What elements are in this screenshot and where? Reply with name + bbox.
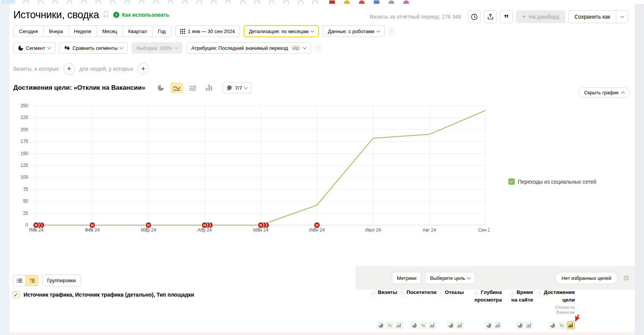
export-button[interactable] — [484, 10, 497, 23]
groupings-button[interactable]: Группировки — [42, 275, 81, 286]
choose-goal-dropdown[interactable]: Выберите цель — [425, 272, 475, 284]
bookmark-favicon[interactable] — [197, 1, 202, 4]
how-to-use-link[interactable]: Как использовать — [122, 12, 169, 18]
preset-quarter[interactable]: Квартал — [123, 25, 152, 37]
pie-tool-button[interactable] — [516, 321, 524, 329]
history-button[interactable] — [468, 10, 481, 23]
bookmark-favicon[interactable] — [255, 1, 260, 4]
add-people-filter-button[interactable]: + — [138, 63, 149, 75]
chart-title: Достижения цели: «Отклик на Вакансии» — [13, 84, 145, 92]
hide-chart-button[interactable]: Скрыть график — [578, 87, 630, 98]
bookmark-favicon[interactable] — [38, 1, 43, 4]
annotations-dropdown[interactable]: 7/7 — [222, 82, 252, 94]
help-icon[interactable]: ? — [315, 45, 321, 51]
bars-tool-button[interactable] — [494, 321, 502, 329]
column-header[interactable]: ?Посетители — [400, 289, 436, 297]
pie-tool-button[interactable] — [485, 321, 493, 329]
bookmark-favicon[interactable] — [359, 0, 365, 4]
how-to-use[interactable]: i Как использовать — [113, 12, 169, 18]
bookmark-favicon[interactable] — [125, 1, 130, 4]
bars-tool-button[interactable] — [567, 321, 575, 329]
bookmark-favicon[interactable] — [403, 0, 409, 4]
bookmark-favicon[interactable] — [96, 1, 101, 4]
no-favorite-goals-button[interactable]: Нет избранных целей — [555, 272, 618, 284]
bookmark-favicon[interactable] — [110, 1, 115, 4]
percent-tool-button[interactable]: % — [419, 321, 427, 329]
add-visit-filter-button[interactable]: + — [63, 63, 75, 75]
bookmark-favicon[interactable] — [284, 1, 289, 4]
chevron-down-icon — [47, 45, 51, 49]
scrollbar-track[interactable] — [635, 4, 644, 335]
bookmark-favicon[interactable] — [329, 0, 335, 4]
gear-icon[interactable]: ⚙ — [623, 274, 630, 283]
segment-dropdown[interactable]: Сегмент — [13, 42, 56, 54]
save-as-button[interactable]: Сохранить как — [569, 11, 616, 23]
help-icon: ? — [510, 291, 515, 297]
chart-type-line-button[interactable] — [170, 83, 183, 93]
bookmark-favicon[interactable] — [24, 1, 29, 4]
pie-tool-button[interactable] — [377, 321, 385, 329]
bookmark-favicon[interactable] — [139, 1, 144, 4]
bookmark-favicon[interactable] — [226, 1, 231, 4]
legend-checkbox[interactable]: ✓ — [508, 178, 515, 185]
tree-view-button[interactable] — [25, 275, 38, 286]
bookmark-favicon[interactable] — [269, 1, 274, 4]
chart-type-pie-button[interactable] — [154, 83, 167, 93]
compare-segments-dropdown[interactable]: Сравнить сегменты — [59, 42, 128, 54]
column-header[interactable]: ?Визиты — [371, 289, 403, 297]
bookmark-favicon[interactable] — [182, 1, 187, 4]
pie-tool-button[interactable] — [410, 321, 418, 329]
bookmark-favicon[interactable] — [374, 0, 379, 4]
bookmark-favicon[interactable] — [344, 0, 350, 4]
notes-button[interactable]: ” — [500, 10, 513, 23]
save-as-caret[interactable] — [616, 11, 628, 23]
detalization-dropdown[interactable]: Детализация: по месяцам — [244, 25, 319, 37]
bookmark-favicon[interactable] — [154, 1, 159, 4]
pie-tool-button[interactable] — [549, 321, 557, 329]
legend-label: Переходы из социальных сетей — [518, 179, 596, 185]
bookmark-favicon[interactable] — [67, 1, 72, 4]
chart-type-area-button[interactable] — [186, 83, 199, 93]
column-header[interactable]: ?Глубинапросмотра — [474, 289, 502, 303]
percent-tool-button[interactable]: % — [386, 321, 394, 329]
sampling-dropdown[interactable]: Выборка: 100% — [132, 42, 182, 54]
bookmark-favicon[interactable] — [168, 1, 173, 4]
view-toggle — [13, 275, 38, 286]
bars-tool-button[interactable] — [456, 321, 464, 329]
chevron-down-icon — [376, 29, 380, 32]
bookmark-favicon[interactable] — [240, 1, 245, 4]
preset-yesterday[interactable]: Вчера — [44, 25, 69, 37]
column-header[interactable]: ?Достиженияцели — [537, 289, 575, 303]
list-view-button[interactable] — [13, 275, 25, 286]
column-header[interactable]: ?Отказы — [438, 289, 464, 297]
bookmark-favicon[interactable] — [298, 1, 303, 4]
percent-tool-icon: % — [422, 323, 425, 328]
segment-label: Сегмент — [26, 45, 45, 51]
bars-tool-button[interactable] — [525, 321, 533, 329]
preset-today[interactable]: Сегодня — [13, 25, 44, 37]
metrics-button[interactable]: Метрики — [392, 272, 421, 284]
help-icon[interactable]: ? — [389, 28, 395, 35]
preset-week[interactable]: Неделя — [69, 25, 97, 37]
attribution-dropdown[interactable]: Атрибуция: Последний значимый переход к/… — [186, 42, 311, 54]
bars-tool-button[interactable] — [428, 321, 436, 329]
preset-month[interactable]: Месяц — [97, 25, 123, 37]
percent-tool-button[interactable]: % — [558, 321, 566, 329]
bookmark-favicon[interactable] — [312, 1, 317, 4]
dimensions-checkbox[interactable]: ✓ — [13, 291, 19, 298]
date-range-button[interactable]: 1 янв — 30 сен 2024 — [175, 25, 240, 37]
preset-year[interactable]: Год — [152, 25, 171, 37]
metric-column: ?Глубинапросмотра — [469, 289, 502, 329]
add-to-dashboard-button[interactable]: + На дашборд — [516, 10, 565, 23]
bookmark-favicon[interactable] — [81, 1, 86, 4]
bars-tool-button[interactable] — [395, 321, 403, 329]
column-header[interactable]: ?Времяна сайте — [510, 289, 533, 303]
data-mode-dropdown[interactable]: Данные: с роботами — [323, 25, 384, 37]
pie-tool-button[interactable] — [447, 321, 455, 329]
bookmark-favicon[interactable] — [211, 1, 216, 4]
chart-type-columns-button[interactable] — [202, 83, 215, 93]
hide-chart-label: Скрыть график — [584, 90, 619, 95]
bookmark-favicon[interactable] — [389, 0, 394, 4]
bookmark-icon[interactable] — [103, 11, 109, 19]
bookmark-favicon[interactable] — [52, 1, 57, 4]
